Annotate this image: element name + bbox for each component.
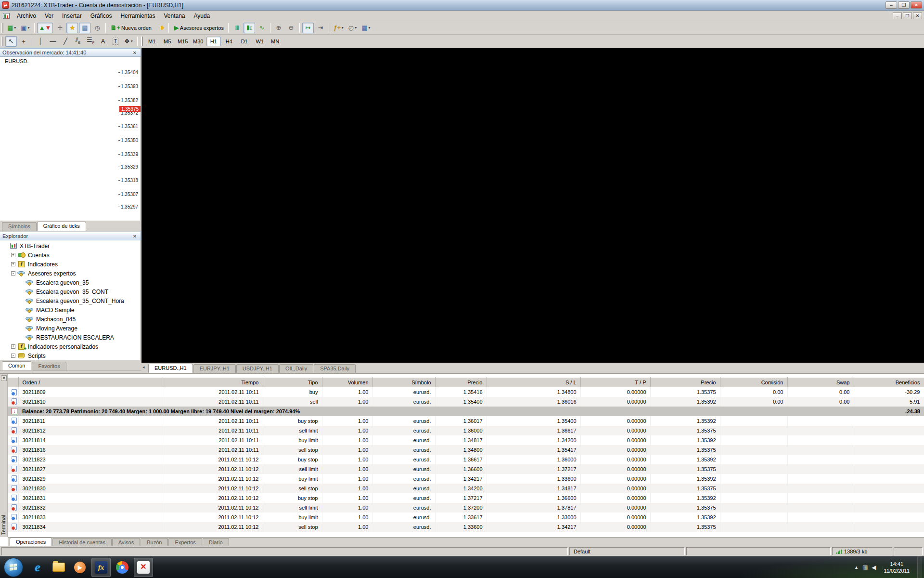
terminal-button[interactable]: ▤ (79, 23, 90, 33)
collapse-icon[interactable]: - (11, 354, 15, 358)
order-row[interactable]: 302118112011.02.11 10:11buy stop1.00euru… (8, 416, 924, 426)
order-row[interactable]: 302118342011.02.11 10:12sell stop1.00eur… (8, 522, 924, 532)
chart-window-icon[interactable] (3, 13, 10, 19)
text-tool[interactable]: A (97, 36, 109, 47)
market-watch-close-icon[interactable]: ✕ (131, 50, 138, 55)
taskbar-xtb-trader-icon[interactable] (134, 558, 153, 577)
mdi-minimize-button[interactable]: – (893, 13, 902, 19)
tray-volume-icon[interactable]: ◀︎ (872, 564, 876, 571)
zoom-out-button[interactable]: ⊖ (285, 23, 297, 33)
tick-chart[interactable] (0, 57, 141, 221)
price-chart[interactable]: #30211832 sell limit#30211827 sell limit… (141, 48, 924, 363)
tree-item-asesores-expertos[interactable]: -Asesores expertos (0, 269, 141, 278)
alert-button[interactable]: ◆! (154, 23, 166, 33)
tab-gr-fico-de-ticks[interactable]: Gráfico de ticks (37, 222, 86, 231)
menu-ventana[interactable]: Ventana (159, 11, 189, 21)
tree-item-machacon-045[interactable]: Machacon_045 (0, 315, 141, 324)
order-row[interactable]: 302118302011.02.11 10:12sell stop1.00eur… (8, 484, 924, 493)
order-row[interactable]: 302118232011.02.11 10:12buy stop1.00euru… (8, 455, 924, 464)
orders-header-Volumen[interactable]: Volumen (322, 378, 372, 387)
menu-ver[interactable]: Ver (40, 11, 58, 21)
taskbar-clock[interactable]: 14:41 11/02/2011 (880, 561, 913, 574)
timeframe-mn[interactable]: MN (268, 37, 282, 46)
order-row[interactable]: 302118272011.02.11 10:12sell limit1.00eu… (8, 464, 924, 474)
chart-tab-scroll-icon[interactable]: ◂ (142, 365, 145, 369)
chart-tab-eurusd-h1[interactable]: EURUSD.,H1 (148, 364, 193, 373)
taskbar-chrome-icon[interactable] (113, 558, 132, 577)
order-row[interactable]: 302118312011.02.11 10:12buy stop1.00euru… (8, 493, 924, 503)
timeframe-m15[interactable]: M15 (176, 37, 190, 46)
order-row[interactable]: 302118162011.02.11 10:11sell stop1.00eur… (8, 445, 924, 455)
tree-item-escalera-guevon-35-cont[interactable]: Escalera guevon_35_CONT (0, 287, 141, 296)
tree-item-macd-sample[interactable]: MACD Sample (0, 305, 141, 315)
order-row[interactable]: 302118142011.02.11 10:11buy limit1.00eur… (8, 435, 924, 445)
orders-header-Swap[interactable]: Swap (787, 378, 854, 387)
order-row[interactable]: 302118332011.02.11 10:12buy limit1.00eur… (8, 512, 924, 522)
tray-network-icon[interactable]: ▥ (862, 564, 868, 571)
menu-insertar[interactable]: Insertar (58, 11, 86, 21)
new-chart-button[interactable]: ▦▾ (5, 23, 18, 33)
status-profile-cell[interactable]: Default (569, 547, 685, 555)
chart-tab-eurjpy-h1[interactable]: EURJPY.,H1 (193, 364, 236, 373)
bar-chart-button[interactable]: ‖‖ (231, 23, 243, 33)
indicators-button[interactable]: ƒ+▾ (332, 23, 346, 33)
start-button[interactable] (4, 558, 23, 577)
chart-tab-spa35-daily[interactable]: SPA35,Daily (314, 364, 356, 373)
chart-shift-button[interactable]: ⇥ (315, 23, 326, 33)
timeframe-h1[interactable]: H1 (206, 37, 221, 46)
tree-item-escalera-guevon-35[interactable]: Escalera guevon_35 (0, 278, 141, 287)
menu-archivo[interactable]: Archivo (13, 11, 40, 21)
orders-header-Orden /[interactable]: Orden / (18, 378, 162, 387)
tree-item-indicadores-personalizados[interactable]: +f+Indicadores personalizados (0, 342, 141, 351)
tab-com-n[interactable]: Común (2, 361, 31, 370)
timeframe-m30[interactable]: M30 (191, 37, 205, 46)
orders-header-Precio[interactable]: Precio (435, 378, 487, 387)
new-order-button[interactable]: 🗎+Nueva orden (108, 23, 154, 33)
expert-advisors-button[interactable]: ●▶Asesores expertos (171, 23, 226, 33)
tree-item-xtb-trader[interactable]: XTB-Trader (0, 241, 141, 250)
navigator-button[interactable]: ★ (66, 23, 78, 33)
tree-item-cuentas[interactable]: +Cuentas (0, 250, 141, 260)
order-row[interactable]: 302118322011.02.11 10:12sell limit1.00eu… (8, 503, 924, 512)
expand-icon[interactable]: + (11, 344, 15, 349)
candlestick-button[interactable]: ▮▯ (244, 23, 255, 33)
crosshair-tool[interactable]: ＋ (18, 36, 29, 47)
close-button[interactable]: ✕ (911, 1, 922, 9)
line-chart-button[interactable]: ∿ (256, 23, 268, 33)
navigator-close-icon[interactable]: ✕ (131, 234, 138, 239)
mdi-restore-button[interactable]: ❐ (903, 13, 912, 19)
chart-tab-oil-daily[interactable]: OIL,Daily (279, 364, 313, 373)
mdi-close-button[interactable]: ✕ (913, 13, 922, 19)
orders-header-S / L[interactable]: S / L (487, 378, 580, 387)
hline-tool[interactable]: — (47, 36, 59, 47)
minimize-button[interactable]: – (886, 1, 897, 9)
tab-favoritos[interactable]: Favoritos (32, 362, 66, 370)
collapse-icon[interactable]: - (11, 271, 15, 276)
expand-icon[interactable]: + (11, 262, 15, 266)
taskbar-explorer-icon[interactable] (49, 558, 68, 577)
menu-gráficos[interactable]: Gráficos (86, 11, 116, 21)
arrows-tool[interactable]: ❖▾ (122, 36, 135, 47)
orders-header-Símbolo[interactable]: Símbolo (372, 378, 435, 387)
orders-header-Precio[interactable]: Precio (650, 378, 720, 387)
expand-icon[interactable]: + (11, 253, 15, 257)
orders-header-Tiempo[interactable]: Tiempo (162, 378, 263, 387)
timeframe-d1[interactable]: D1 (237, 37, 252, 46)
timeframe-w1[interactable]: W1 (253, 37, 267, 46)
tree-item-moving-average[interactable]: Moving Average (0, 324, 141, 333)
order-row[interactable]: 302118092011.02.11 10:11buy1.00eurusd.1.… (8, 387, 924, 397)
orders-header-T / P[interactable]: T / P (580, 378, 650, 387)
tree-item-scripts[interactable]: -Scripts (0, 351, 141, 360)
orders-header-Beneficios[interactable]: Beneficios (854, 378, 924, 387)
orders-header-Tipo[interactable]: Tipo (263, 378, 322, 387)
terminal-close-icon[interactable]: ✕ (1, 375, 7, 381)
label-tool[interactable]: T (110, 36, 121, 47)
timeframe-h4[interactable]: H4 (222, 37, 236, 46)
vline-tool[interactable]: │ (35, 36, 46, 47)
tree-item-escalera-guevon-35-cont-hora[interactable]: Escalera guevon_35_CONT_Hora (0, 296, 141, 305)
data-window-button[interactable]: ✛ (54, 23, 65, 33)
timeframe-m5[interactable]: M5 (160, 37, 175, 46)
taskbar-media-icon[interactable]: ▶ (70, 558, 90, 577)
orders-header-icon[interactable] (8, 378, 18, 387)
show-desktop-button[interactable] (917, 556, 922, 578)
